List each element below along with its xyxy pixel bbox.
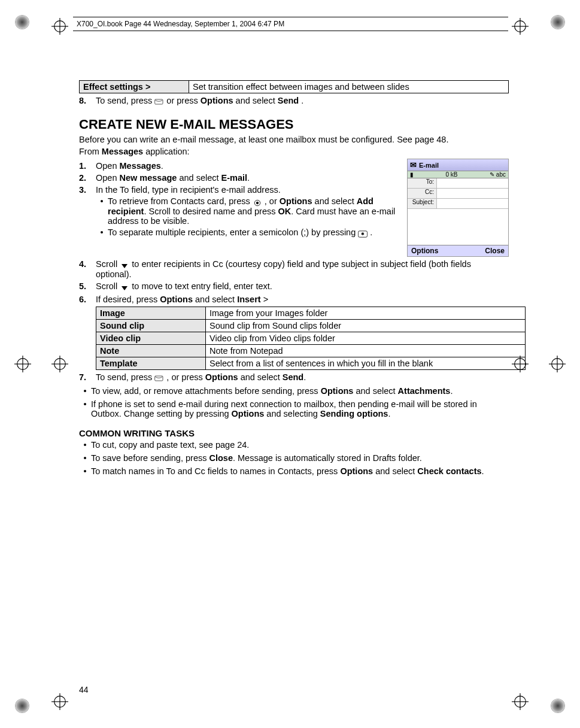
text: application: (143, 147, 189, 156)
to-field-row: To: (408, 178, 508, 189)
input-mode: ✎ abc (490, 171, 506, 178)
step-text: If desired, press Options and select Ins… (96, 295, 509, 304)
text: . (388, 409, 390, 418)
text: or press (166, 96, 200, 105)
text: and select (373, 466, 417, 476)
step-number: 6. (79, 295, 96, 304)
insert-options-table: ImageImage from your Images folder Sound… (96, 307, 526, 370)
print-mark (16, 699, 29, 712)
text: > (261, 295, 269, 304)
common-tasks-heading: COMMON WRITING TASKS (79, 428, 509, 438)
step-text: Open Messages. (96, 161, 401, 171)
options-label: Options (340, 466, 373, 476)
text: Open (96, 173, 120, 183)
step-number: 5. (79, 281, 96, 292)
insert-desc: Note from Notepad (206, 344, 526, 357)
bullet: • (96, 228, 108, 238)
text: . Scroll to desired name and press (144, 207, 278, 216)
options-label: Options (160, 295, 193, 304)
send-key-icon (154, 373, 164, 383)
crosshair-icon (14, 356, 31, 372)
step-number: 8. (79, 96, 96, 106)
envelope-icon: ✉ (410, 160, 417, 169)
text: to move to text entry field, enter text. (132, 281, 272, 291)
crosshair-icon (51, 18, 68, 35)
messages-app-label: Messages (102, 147, 143, 156)
insert-desc: Select from a list of sentences in which… (206, 357, 526, 369)
bullet: • (79, 386, 91, 396)
section-heading: CREATE NEW E-MAIL MESSAGES (79, 117, 509, 132)
crosshair-icon (51, 356, 68, 372)
insert-desc: Sound clip from Sound clips folder (206, 319, 526, 332)
effect-settings-label: Effect settings > (80, 81, 189, 93)
ok-label: OK (278, 207, 291, 216)
send-label: Send (278, 96, 299, 105)
text: Open (96, 161, 120, 171)
table-row: Effect settings > Set transition effect … (80, 81, 509, 93)
note-sending-options: • If phone is set to send e-mail during … (79, 399, 509, 418)
print-mark (16, 16, 29, 29)
step-6: 6. If desired, press Options and select … (79, 295, 509, 304)
step-text: To send, press or press Options and sele… (96, 96, 509, 106)
step-text: Scroll to move to text entry field, ente… (96, 281, 509, 292)
header-stamp-text: X700_OI.book Page 44 Wednesday, Septembe… (77, 20, 284, 28)
insert-desc: Image from your Images folder (206, 307, 526, 319)
intro-paragraph: Before you can write an e-mail message, … (79, 135, 509, 144)
options-label: Options (232, 409, 265, 418)
text: From (79, 147, 102, 156)
send-key-icon (154, 96, 164, 106)
page-body: Effect settings > Set transition effect … (79, 80, 509, 476)
text: . (301, 96, 303, 105)
text: and selecting (264, 409, 320, 418)
step-1: 1. Open Messages. (79, 161, 401, 171)
from-line: From Messages application: (79, 147, 509, 156)
step-text: To send, press , or press Options and se… (96, 372, 509, 383)
step-text: In the To field, type in recipient's e-m… (96, 185, 401, 195)
step-3: 3. In the To field, type in recipient's … (79, 185, 401, 195)
attachments-label: Attachments (398, 386, 451, 396)
text: Scroll (96, 281, 120, 291)
text: and select (238, 372, 283, 382)
print-mark (551, 16, 564, 29)
svg-rect-24 (155, 99, 163, 104)
scroll-down-icon (120, 283, 129, 292)
text: To retrieve from Contacts card, press , … (108, 196, 401, 226)
text: To view, add, or remove attachments befo… (91, 386, 321, 396)
text: Scroll (96, 259, 120, 269)
text: If desired, press (96, 295, 160, 304)
svg-marker-29 (122, 264, 127, 268)
text: To separate multiple recipients, enter a… (108, 228, 358, 237)
text: and select (312, 196, 357, 206)
options-label: Options (321, 386, 354, 396)
cc-label: Cc: (408, 189, 437, 198)
subject-label: Subject: (408, 199, 437, 208)
text: If phone is set to send e-mail during ne… (91, 399, 509, 418)
email-label: E-mail (221, 173, 248, 183)
crosshair-icon (512, 693, 529, 710)
crosshair-icon (512, 18, 529, 35)
bullet: • (96, 196, 108, 226)
cc-field-row: Cc: (408, 189, 508, 199)
phone-body-area (408, 209, 508, 245)
common-task-2: • To save before sending, press Close. M… (79, 453, 509, 463)
text: To separate multiple recipients, enter a… (108, 228, 401, 238)
phone-screenshot: ✉ E-mail ▮ 0 kB ✎ abc To: Cc: Subject: O… (407, 159, 509, 257)
messages-label: Messages (120, 161, 161, 171)
crosshair-icon (549, 356, 566, 372)
step-7: 7. To send, press , or press Options and… (79, 372, 509, 383)
text: To match names in To and Cc fields to na… (91, 466, 509, 476)
subject-field-row: Subject: (408, 199, 508, 209)
step-2: 2. Open New message and select E-mail. (79, 173, 401, 183)
crosshair-icon (51, 693, 68, 710)
bullet: • (79, 453, 91, 463)
step-4: 4. Scroll to enter recipients in Cc (cou… (79, 259, 509, 279)
effect-settings-table: Effect settings > Set transition effect … (79, 80, 509, 93)
signal-icon: ▮ (410, 171, 414, 178)
note-attachments: • To view, add, or remove attachments be… (79, 386, 509, 396)
print-mark (551, 699, 564, 712)
text: To save before sending, press (91, 453, 209, 463)
text: and select (236, 96, 278, 105)
step-8: 8. To send, press or press Options and s… (79, 96, 509, 106)
text: To send, press (96, 96, 154, 105)
options-label: Options (280, 196, 312, 206)
